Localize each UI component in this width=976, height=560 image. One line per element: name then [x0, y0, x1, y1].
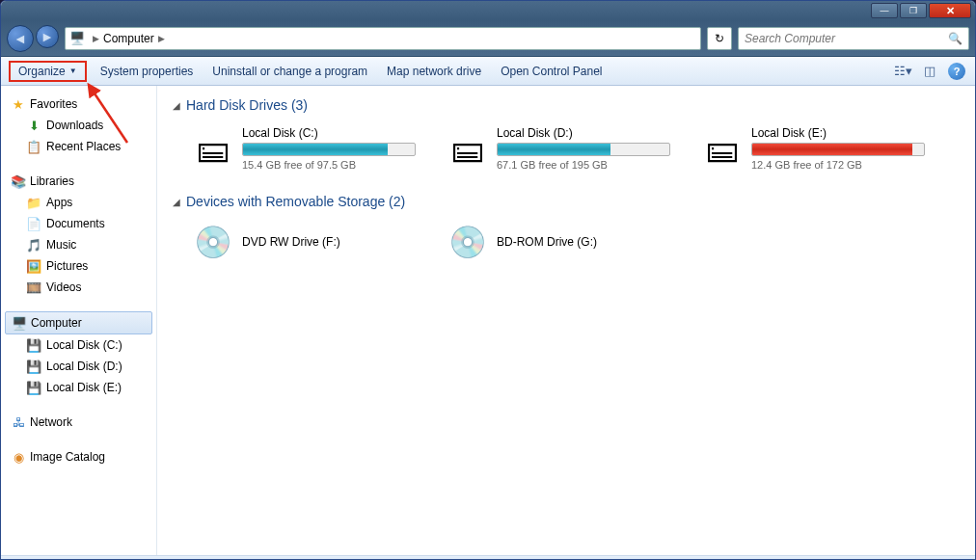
sidebar-image-catalog: ◉Image Catalog: [5, 446, 152, 467]
chevron-right-icon: ▶: [158, 34, 165, 43]
device-bdrom[interactable]: 💿 BD-ROM Drive (G:): [445, 219, 676, 265]
sidebar-computer-head[interactable]: 🖥️Computer: [5, 311, 152, 334]
nav-buttons: ◄ ►: [7, 25, 59, 52]
drive-icon: 🖴: [448, 129, 487, 168]
drive-fill: [752, 144, 912, 155]
sidebar-item-documents[interactable]: 📄Documents: [5, 213, 152, 234]
device-name: BD-ROM Drive (G:): [497, 235, 597, 249]
device-dvd[interactable]: 💿 DVD RW Drive (F:): [190, 219, 421, 265]
group-hdd-header[interactable]: ◢ Hard Disk Drives (3): [173, 97, 960, 113]
refresh-button[interactable]: ↻: [707, 27, 732, 50]
computer-icon: 🖥️: [69, 31, 85, 46]
sidebar-item-videos[interactable]: 🎞️Videos: [5, 277, 152, 298]
breadcrumb-location[interactable]: Computer: [103, 32, 154, 45]
disk-icon: 💾: [26, 337, 41, 353]
drive-e[interactable]: 🖴 Local Disk (E:) 12.4 GB free of 172 GB: [699, 122, 931, 174]
drive-bar: [497, 143, 670, 156]
sidebar-item-label: Music: [46, 238, 76, 252]
sidebar-item-recent[interactable]: 📋Recent Places: [5, 136, 152, 157]
help-button[interactable]: ?: [946, 62, 967, 81]
drive-free: 67.1 GB free of 195 GB: [497, 159, 672, 171]
computer-icon: 🖥️: [12, 315, 27, 331]
toolbar-control-panel[interactable]: Open Control Panel: [491, 61, 611, 82]
preview-pane-icon[interactable]: ◫: [919, 62, 940, 81]
sidebar-item-disk-c[interactable]: 💾Local Disk (C:): [5, 334, 152, 356]
main-panel: ◢ Hard Disk Drives (3) 🖴 Local Disk (C:)…: [157, 86, 975, 555]
sidebar: ★Favorites ⬇Downloads 📋Recent Places 📚Li…: [1, 86, 157, 555]
chevron-down-icon: ▼: [69, 67, 77, 75]
organize-button[interactable]: Organize ▼: [9, 61, 87, 82]
toolbar-map-drive[interactable]: Map network drive: [377, 61, 491, 82]
sidebar-libraries: 📚Libraries 📁Apps 📄Documents 🎵Music 🖼️Pic…: [5, 171, 152, 298]
chevron-down-icon: ◢: [173, 100, 180, 111]
statusbar: [1, 555, 975, 559]
videos-icon: 🎞️: [26, 280, 41, 295]
organize-label: Organize: [18, 65, 66, 78]
sidebar-item-label: Local Disk (E:): [46, 381, 122, 394]
explorer-window: — ❐ ✕ ◄ ► 🖥️ ▶ Computer ▶ ↻ 🔍 Organize ▼…: [0, 0, 976, 560]
group-removable-items: 💿 DVD RW Drive (F:) 💿 BD-ROM Drive (G:): [173, 219, 960, 265]
sidebar-item-disk-d[interactable]: 💾Local Disk (D:): [5, 356, 152, 377]
chevron-down-icon: ◢: [173, 197, 180, 207]
sidebar-item-downloads[interactable]: ⬇Downloads: [5, 115, 152, 136]
search-input[interactable]: [745, 32, 948, 45]
sidebar-network-label: Network: [30, 415, 72, 429]
sidebar-network: 🖧Network: [5, 412, 152, 433]
search-bar[interactable]: 🔍: [738, 27, 969, 50]
sidebar-item-label: Local Disk (C:): [46, 338, 122, 352]
toolbar: Organize ▼ System properties Uninstall o…: [1, 57, 975, 86]
sidebar-item-label: Recent Places: [46, 140, 121, 153]
toolbar-uninstall[interactable]: Uninstall or change a program: [203, 61, 377, 82]
sidebar-image-catalog-head[interactable]: ◉Image Catalog: [5, 446, 152, 467]
close-button[interactable]: ✕: [929, 3, 971, 18]
address-row: ◄ ► 🖥️ ▶ Computer ▶ ↻ 🔍: [1, 20, 975, 57]
sidebar-item-disk-e[interactable]: 💾Local Disk (E:): [5, 377, 152, 398]
sidebar-libraries-head[interactable]: 📚Libraries: [5, 171, 152, 192]
sidebar-item-music[interactable]: 🎵Music: [5, 234, 152, 255]
drive-free: 15.4 GB free of 97.5 GB: [242, 159, 418, 171]
sidebar-computer-label: Computer: [31, 316, 82, 330]
chevron-right-icon: ▶: [93, 34, 99, 43]
group-removable-header[interactable]: ◢ Devices with Removable Storage (2): [173, 194, 960, 209]
drive-fill: [498, 144, 610, 155]
drive-name: Local Disk (D:): [497, 126, 672, 140]
address-bar[interactable]: 🖥️ ▶ Computer ▶: [65, 27, 701, 50]
sidebar-favorites-head[interactable]: ★Favorites: [5, 93, 152, 115]
star-icon: ★: [11, 96, 26, 112]
sidebar-favorites: ★Favorites ⬇Downloads 📋Recent Places: [5, 93, 152, 157]
drive-icon: 🖴: [194, 129, 232, 168]
toolbar-system-properties[interactable]: System properties: [91, 61, 203, 82]
maximize-button[interactable]: ❐: [900, 3, 927, 18]
group-hdd-title: Hard Disk Drives (3): [186, 97, 308, 113]
sidebar-item-apps[interactable]: 📁Apps: [5, 192, 152, 213]
sidebar-image-catalog-label: Image Catalog: [30, 450, 105, 464]
sidebar-item-label: Apps: [46, 196, 72, 209]
drive-name: Local Disk (E:): [751, 126, 927, 140]
window-controls: — ❐ ✕: [871, 3, 971, 18]
minimize-button[interactable]: —: [871, 3, 898, 18]
pictures-icon: 🖼️: [26, 258, 41, 274]
drive-bar: [242, 143, 416, 156]
drive-icon: 🖴: [703, 129, 742, 168]
drive-d[interactable]: 🖴 Local Disk (D:) 67.1 GB free of 195 GB: [445, 122, 676, 174]
forward-button[interactable]: ►: [36, 25, 59, 48]
help-icon: ?: [948, 63, 965, 80]
drive-free: 12.4 GB free of 172 GB: [751, 159, 927, 171]
music-icon: 🎵: [26, 237, 41, 253]
sidebar-network-head[interactable]: 🖧Network: [5, 412, 152, 433]
drive-c[interactable]: 🖴 Local Disk (C:) 15.4 GB free of 97.5 G…: [190, 122, 421, 174]
toolbar-view-icons: ☷▾ ◫ ?: [892, 62, 967, 81]
sidebar-item-label: Documents: [46, 217, 105, 230]
documents-icon: 📄: [26, 216, 41, 231]
sidebar-item-pictures[interactable]: 🖼️Pictures: [5, 255, 152, 277]
dvd-icon: 💿: [194, 223, 232, 261]
catalog-icon: ◉: [11, 449, 26, 465]
sidebar-libraries-label: Libraries: [30, 174, 74, 188]
titlebar: — ❐ ✕: [1, 1, 975, 20]
view-options-icon[interactable]: ☷▾: [892, 62, 913, 81]
group-removable: ◢ Devices with Removable Storage (2) 💿 D…: [173, 194, 960, 265]
refresh-icon: ↻: [715, 32, 724, 45]
drive-bar: [751, 143, 925, 156]
sidebar-item-label: Local Disk (D:): [46, 360, 122, 373]
back-button[interactable]: ◄: [7, 25, 34, 52]
